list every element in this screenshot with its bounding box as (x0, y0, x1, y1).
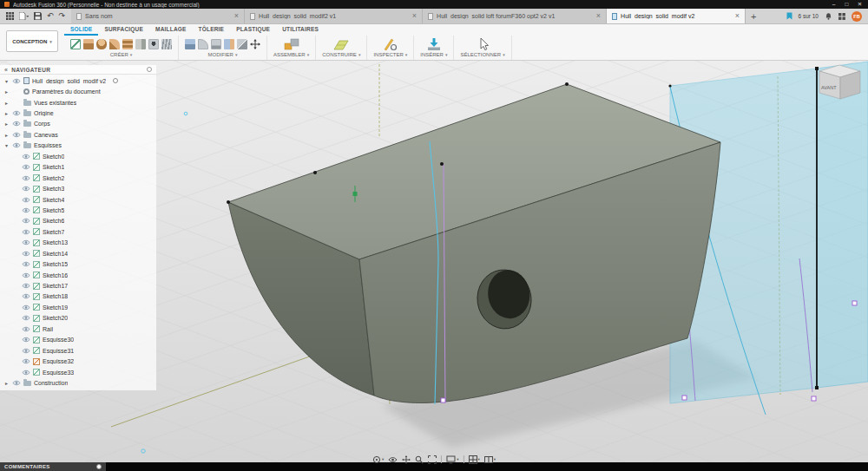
grid-settings-icon[interactable]: ▾ (469, 455, 480, 464)
visibility-eye-icon[interactable] (22, 315, 30, 321)
navigator-item[interactable]: ▾ Esquisses (0, 141, 156, 151)
visibility-eye-icon[interactable] (22, 261, 30, 267)
close-tab-icon[interactable]: × (234, 12, 239, 20)
ribbon-tab-maillage[interactable]: MAILLAGE (149, 24, 193, 36)
navigator-item-label[interactable]: Sketch16 (43, 272, 68, 278)
navigator-item[interactable]: ▸ Construction (0, 377, 156, 388)
pan-icon[interactable] (402, 455, 411, 464)
split-body-icon[interactable] (237, 39, 247, 49)
navigator-item[interactable]: Sketch18 (0, 291, 156, 302)
rib-icon[interactable] (135, 39, 146, 49)
navigator-item-label[interactable]: Sketch4 (43, 197, 64, 203)
visibility-eye-icon[interactable] (22, 251, 30, 257)
navigator-item-label[interactable]: Corps (34, 121, 50, 127)
notification-bell-icon[interactable] (825, 12, 832, 21)
ribbon-tab-solide[interactable]: SOLIDE (64, 24, 98, 36)
measure-icon[interactable] (382, 37, 399, 51)
close-button[interactable]: ✕ (853, 0, 866, 9)
navigator-item-label[interactable]: Esquisse33 (43, 370, 74, 376)
navigator-item[interactable]: Sketch20 (0, 313, 156, 324)
navigator-item[interactable]: Esquisse32 (0, 356, 156, 366)
visibility-eye-icon[interactable] (22, 283, 30, 289)
extrude-icon[interactable] (83, 39, 94, 49)
visibility-eye-icon[interactable] (22, 337, 30, 343)
navigator-item[interactable]: Sketch17 (0, 280, 156, 291)
ribbon-tab-plastique[interactable]: PLASTIQUE (230, 24, 276, 36)
sweep-icon[interactable] (109, 39, 120, 49)
data-panel-toggle-icon[interactable] (6, 12, 14, 20)
visibility-eye-icon[interactable] (12, 78, 21, 84)
activate-component-radio[interactable] (113, 78, 118, 83)
zoom-icon[interactable] (415, 455, 424, 464)
close-tab-icon[interactable]: × (735, 12, 740, 20)
navigator-item[interactable]: Sketch7 (0, 226, 156, 237)
expander-icon[interactable]: ▸ (3, 132, 10, 138)
navigator-item-label[interactable]: Sketch14 (43, 251, 68, 257)
maximize-button[interactable]: □ (840, 0, 853, 9)
navigator-item[interactable]: Sketch19 (0, 302, 156, 312)
look-at-icon[interactable] (388, 456, 398, 463)
navigator-item[interactable]: Sketch6 (0, 216, 156, 226)
navigator-item-label[interactable]: Sketch17 (43, 283, 68, 289)
extensions-grid-icon[interactable] (838, 13, 845, 20)
minimize-button[interactable]: – (827, 0, 840, 9)
navigator-item[interactable]: Sketch13 (0, 238, 156, 248)
visibility-eye-icon[interactable] (22, 229, 30, 235)
close-tab-icon[interactable]: × (596, 12, 601, 20)
navigator-item-label[interactable]: Esquisse31 (43, 348, 74, 354)
navigator-item[interactable]: Sketch14 (0, 248, 156, 258)
assemble-menu-button[interactable]: ASSEMBLER▾ (273, 52, 309, 57)
save-icon[interactable] (34, 12, 42, 20)
navigator-item-label[interactable]: Esquisse32 (43, 358, 74, 364)
construction-plane-icon[interactable] (332, 37, 350, 51)
combine-icon[interactable] (224, 39, 234, 49)
press-pull-icon[interactable] (185, 39, 195, 49)
navigator-item[interactable]: ▾ Hull_design_solid_modif v2 (0, 75, 156, 86)
ribbon-tab-utilitaires[interactable]: UTILITAIRES (276, 24, 325, 36)
navigator-item[interactable]: Sketch4 (0, 194, 156, 205)
move-copy-icon[interactable] (250, 39, 260, 49)
expander-icon[interactable]: ▸ (3, 380, 10, 386)
navigator-item[interactable]: ▸ Paramètres du document (0, 86, 156, 96)
workspace-selector[interactable]: CONCEPTION ▾ (6, 30, 58, 52)
visibility-eye-icon[interactable] (22, 175, 30, 181)
navigator-item-label[interactable]: Sketch13 (43, 239, 68, 245)
visibility-eye-icon[interactable] (22, 304, 30, 311)
visibility-eye-icon[interactable] (22, 218, 30, 224)
navigator-item-label[interactable]: Sketch19 (43, 304, 68, 311)
revolve-icon[interactable] (96, 39, 107, 49)
visibility-eye-icon[interactable] (22, 239, 30, 245)
navigator-item-label[interactable]: Sketch18 (43, 293, 68, 299)
expander-icon[interactable]: ▾ (3, 78, 10, 84)
navigator-item[interactable]: Rail (0, 324, 156, 334)
navigator-item-label[interactable]: Sketch15 (43, 261, 68, 267)
document-tab[interactable]: Hull_design_solid_modif v2 × (607, 9, 746, 23)
select-cursor-icon[interactable] (474, 37, 491, 51)
visibility-eye-icon[interactable] (12, 380, 21, 386)
navigator-item[interactable]: Esquisse31 (0, 345, 156, 356)
expander-icon[interactable]: ▸ (3, 88, 10, 95)
expander-icon[interactable]: ▸ (3, 110, 10, 116)
navigator-item-label[interactable]: Sketch20 (43, 315, 68, 321)
comments-options-icon[interactable] (96, 464, 102, 469)
visibility-eye-icon[interactable] (12, 110, 21, 116)
document-tab[interactable]: Hull_design_solid loft forumF360 opt2 v2… (423, 9, 607, 23)
visibility-eye-icon[interactable] (22, 197, 30, 203)
visibility-eye-icon[interactable] (22, 326, 30, 332)
redo-icon[interactable]: ↷ (59, 12, 66, 20)
insert-icon[interactable] (425, 37, 443, 51)
navigator-item-label[interactable]: Vues existantes (34, 100, 76, 106)
navigator-item[interactable]: ▸ Vues existantes (0, 97, 156, 108)
user-avatar[interactable]: FB (852, 11, 862, 22)
navigator-item-label[interactable]: Sketch3 (43, 186, 64, 192)
ribbon-tab-tôlerie[interactable]: TÔLERIE (193, 24, 231, 36)
expander-icon[interactable]: ▸ (3, 100, 10, 106)
navigator-item[interactable]: Sketch16 (0, 270, 156, 280)
navigator-item[interactable]: ▸ Origine (0, 108, 156, 118)
create-sketch-icon[interactable] (70, 39, 81, 49)
fit-view-icon[interactable] (428, 455, 437, 464)
display-settings-icon[interactable]: ▾ (446, 455, 458, 464)
navigator-item[interactable]: ▸ Corps (0, 119, 156, 129)
navigator-item[interactable]: Esquisse30 (0, 335, 156, 345)
navigator-item-label[interactable]: Origine (34, 110, 54, 116)
